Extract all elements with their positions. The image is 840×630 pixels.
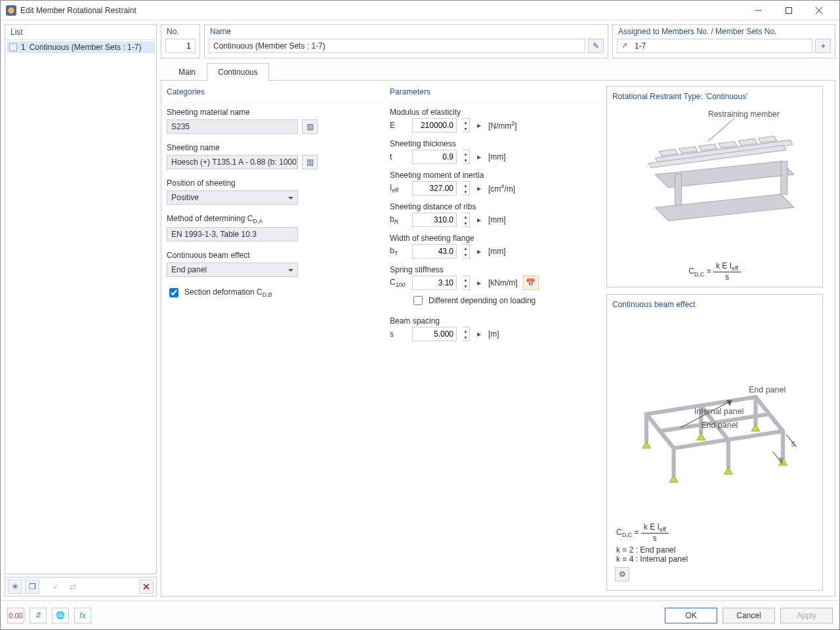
list-item[interactable]: 1 Continuous (Member Sets : 1-7) [7, 41, 155, 53]
svg-text:s: s [791, 439, 795, 448]
sheeting-name-input[interactable]: Hoesch (+) T135.1 A - 0.88 (b: 1000) | D… [167, 155, 298, 169]
svg-text:s: s [779, 455, 783, 464]
categories-header: Categories [167, 86, 383, 102]
bR-label: Sheeting distance of ribs [390, 202, 600, 211]
no-label: No. [161, 25, 200, 36]
section-library-icon[interactable]: ▥ [302, 155, 318, 169]
no-input[interactable] [165, 39, 196, 53]
s-label: Beam spacing [390, 316, 600, 326]
view-icon[interactable]: 🌐 [52, 608, 69, 623]
I-input[interactable] [412, 181, 457, 196]
bT-spinner[interactable]: ▲▼ [462, 244, 470, 259]
svg-text:End panel: End panel [749, 385, 786, 394]
E-label: Modulus of elasticity [390, 108, 600, 117]
E-spinner[interactable]: ▲▼ [462, 118, 470, 133]
svg-marker-15 [759, 136, 777, 142]
t-input[interactable] [412, 150, 457, 164]
bT-unit: [mm] [488, 247, 506, 256]
ok-button[interactable]: OK [665, 608, 717, 623]
units-icon[interactable]: 0,00 [7, 608, 24, 623]
tab-main[interactable]: Main [167, 63, 207, 81]
beam-effect-diagram: End panel Internal panel End panel s s [612, 313, 817, 522]
bT-symbol: bT [390, 246, 407, 257]
svg-marker-12 [699, 144, 717, 150]
E-pick-icon[interactable]: ▶ [475, 118, 483, 133]
C100-spinner[interactable]: ▲▼ [462, 276, 470, 290]
restraint-formula: CD,C = k E Ieff s [612, 261, 817, 282]
svg-text:Restraining member: Restraining member [708, 110, 780, 119]
diagram-settings-icon[interactable]: ⚙ [615, 567, 629, 581]
load-depending-label: Different depending on loading [429, 296, 536, 305]
t-pick-icon[interactable]: ▶ [475, 150, 483, 164]
list-panel: List 1 Continuous (Member Sets : 1-7) [5, 24, 157, 574]
window-title: Edit Member Rotational Restraint [20, 6, 744, 15]
svg-marker-30 [642, 442, 650, 448]
s-input[interactable] [412, 327, 457, 341]
parameters-header: Parameters [390, 86, 600, 102]
svg-marker-7 [675, 175, 682, 207]
svg-marker-14 [738, 138, 757, 145]
svg-marker-34 [724, 467, 732, 474]
settings-icon[interactable]: ⇄ [66, 579, 80, 594]
bR-input[interactable] [412, 213, 457, 227]
k2-note: k = 2 : End panel [616, 545, 813, 555]
svg-marker-13 [719, 141, 737, 148]
bR-symbol: bR [390, 215, 407, 225]
bR-pick-icon[interactable]: ▶ [475, 213, 483, 227]
duplicate-icon[interactable]: ❐ [25, 579, 39, 594]
member-icon: ↗ [621, 41, 631, 50]
app-icon [6, 5, 16, 16]
accept-icon[interactable]: ✓ [49, 579, 63, 594]
tree-icon[interactable]: ⇵ [30, 608, 47, 623]
dialog-footer: 0,00 ⇵ 🌐 fx OK Cancel Apply [1, 600, 839, 629]
C100-symbol: C100 [390, 278, 407, 288]
s-spinner[interactable]: ▲▼ [462, 327, 470, 341]
close-button[interactable] [804, 1, 834, 20]
svg-marker-31 [697, 433, 705, 440]
I-label: Sheeting moment of inertia [390, 171, 600, 180]
svg-marker-8 [781, 161, 788, 194]
C100-extra-icon[interactable]: 📅 [523, 276, 539, 290]
title-bar: Edit Member Rotational Restraint [1, 1, 839, 20]
I-spinner[interactable]: ▲▼ [462, 181, 470, 196]
svg-text:End panel: End panel [701, 421, 738, 430]
t-spinner[interactable]: ▲▼ [462, 150, 470, 164]
bT-input[interactable] [412, 244, 457, 259]
section-deformation-checkbox[interactable] [169, 288, 178, 297]
apply-button[interactable]: Apply [780, 608, 833, 623]
delete-icon[interactable]: ✕ [139, 579, 154, 594]
material-library-icon[interactable]: ▥ [302, 119, 318, 134]
beam-effect-panel: Continuous beam effect [606, 294, 823, 591]
position-label: Position of sheeting [167, 178, 383, 188]
name-input[interactable]: Continuous (Member Sets : 1-7) [209, 39, 585, 53]
bT-pick-icon[interactable]: ▶ [475, 244, 483, 259]
cancel-button[interactable]: Cancel [723, 608, 775, 623]
load-depending-checkbox[interactable] [413, 296, 423, 305]
I-unit: [cm4/m] [488, 183, 515, 194]
edit-name-icon[interactable]: ✎ [588, 39, 604, 53]
svg-text:Internal panel: Internal panel [694, 407, 744, 416]
sheeting-material-label: Sheeting material name [167, 108, 383, 117]
assigned-label: Assigned to Members No. / Member Sets No… [613, 25, 835, 36]
minimize-button[interactable] [744, 1, 774, 20]
method-input[interactable]: EN 1993-1-3, Table 10.3 [167, 227, 298, 242]
list-header: List [5, 25, 156, 40]
tab-continuous[interactable]: Continuous [207, 63, 269, 81]
I-symbol: Ieff [390, 183, 407, 194]
C100-input[interactable] [412, 276, 457, 290]
restraint-type-diagram: Restraining member [612, 105, 817, 257]
pick-members-icon[interactable]: ⌖ [815, 39, 831, 53]
assigned-input[interactable]: ↗ 1-7 [617, 39, 812, 53]
new-icon[interactable]: ✳ [8, 579, 22, 594]
E-input[interactable] [412, 118, 457, 133]
s-pick-icon[interactable]: ▶ [475, 327, 483, 341]
C100-pick-icon[interactable]: ▶ [475, 276, 483, 290]
position-combo[interactable]: Positive [167, 190, 298, 205]
sheeting-material-input[interactable]: S235 [167, 119, 298, 134]
beam-effect-combo[interactable]: End panel [167, 262, 298, 277]
maximize-button[interactable] [774, 1, 804, 20]
I-pick-icon[interactable]: ▶ [475, 181, 483, 196]
bR-spinner[interactable]: ▲▼ [462, 213, 470, 227]
fx-icon[interactable]: fx [74, 608, 91, 623]
E-symbol: E [390, 121, 407, 130]
